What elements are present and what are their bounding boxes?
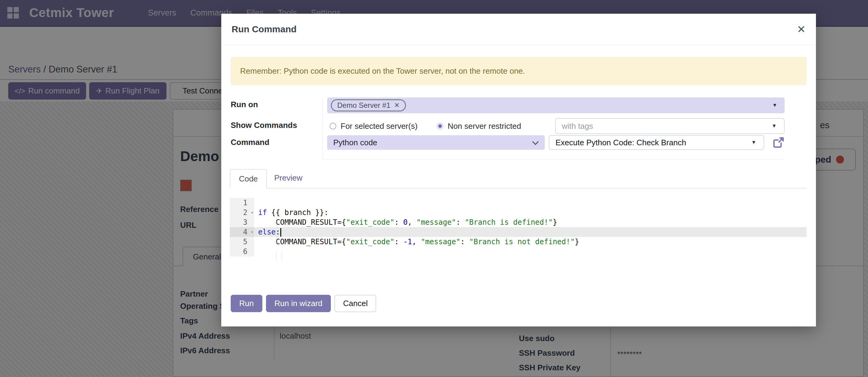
editor-line[interactable]: 3 COMMAND_RESULT={"exit_code": 0, "messa… [230,218,807,227]
chevron-down-icon: ▼ [751,140,756,146]
command-type-value: Python code [333,138,377,147]
show-commands-label: Show Commands [231,118,327,130]
run-on-select[interactable]: Demo Server #1 ✕ ▼ [327,97,785,113]
server-tag[interactable]: Demo Server #1 ✕ [331,99,406,112]
cancel-button[interactable]: Cancel [335,295,376,312]
external-link-icon[interactable] [772,137,785,149]
line-number: 6 [230,246,254,256]
fold-arrow-icon[interactable]: ▾ [251,208,253,218]
chevron-down-icon: ▼ [772,123,777,129]
text-cursor [280,228,281,237]
indent-guide [276,252,277,261]
close-icon[interactable]: ✕ [797,24,806,34]
field-underline [322,160,785,160]
tab-code[interactable]: Code [230,169,267,188]
modal-tab-bar: Code Preview [230,169,807,188]
python-warning-banner: Remember: Python code is executed on the… [231,57,807,85]
line-number: 3 [230,218,254,227]
line-number: 1 [230,198,254,208]
with-tags-select[interactable]: with tags ▼ [555,118,785,134]
indent-guide [282,252,282,261]
modal-footer: Run Run in wizard Cancel [231,295,376,312]
editor-line[interactable]: 2▾if {{ branch }}: [230,208,807,218]
editor-line[interactable]: 1 [230,198,807,208]
code-line-text[interactable]: else: [254,227,807,237]
with-tags-placeholder: with tags [562,121,593,131]
server-tag-label: Demo Server #1 [337,101,391,110]
command-type-select[interactable]: Python code [327,135,545,150]
modal-title: Run Command [231,24,297,34]
run-command-form: Run on Demo Server #1 ✕ ▼ Show Commands … [231,97,807,150]
editor-line[interactable]: 4▾else: [230,227,807,237]
command-value: Execute Python Code: Check Branch [555,138,686,147]
command-label: Command [231,135,327,147]
radio-selected-servers[interactable] [330,123,336,129]
tab-preview[interactable]: Preview [274,173,302,183]
label-column-divider [322,99,323,158]
line-number: 5 [230,237,254,246]
code-line-text[interactable]: if {{ branch }}: [254,208,807,218]
chevron-down-icon: ▼ [772,102,777,108]
remove-tag-icon[interactable]: ✕ [394,102,400,109]
editor-line[interactable]: 5 COMMAND_RESULT={"exit_code": -1, "mess… [230,237,807,246]
code-line-text[interactable]: COMMAND_RESULT={"exit_code": -1, "messag… [254,237,807,246]
line-number: 2▾ [230,208,254,218]
command-select[interactable]: Execute Python Code: Check Branch ▼ [549,135,764,150]
run-button[interactable]: Run [231,295,262,312]
editor-line[interactable]: 6 [230,246,807,256]
code-editor[interactable]: 12▾if {{ branch }}:3 COMMAND_RESULT={"ex… [230,198,807,256]
radio-non-server-restricted-label[interactable]: Non server restricted [448,121,521,131]
run-in-wizard-button[interactable]: Run in wizard [266,295,331,312]
fold-arrow-icon[interactable]: ▾ [251,227,253,237]
run-on-label: Run on [231,97,327,109]
modal-header: Run Command ✕ [221,14,816,45]
line-number: 4▾ [230,227,254,237]
indent-guide [276,218,277,227]
radio-selected-servers-label[interactable]: For selected server(s) [341,121,417,131]
radio-non-server-restricted[interactable] [437,123,443,129]
indent-guide [276,237,277,246]
chevron-down-icon [532,139,539,145]
run-command-modal: Run Command ✕ Remember: Python code is e… [221,14,816,326]
code-line-text[interactable]: COMMAND_RESULT={"exit_code": 0, "message… [254,218,807,227]
